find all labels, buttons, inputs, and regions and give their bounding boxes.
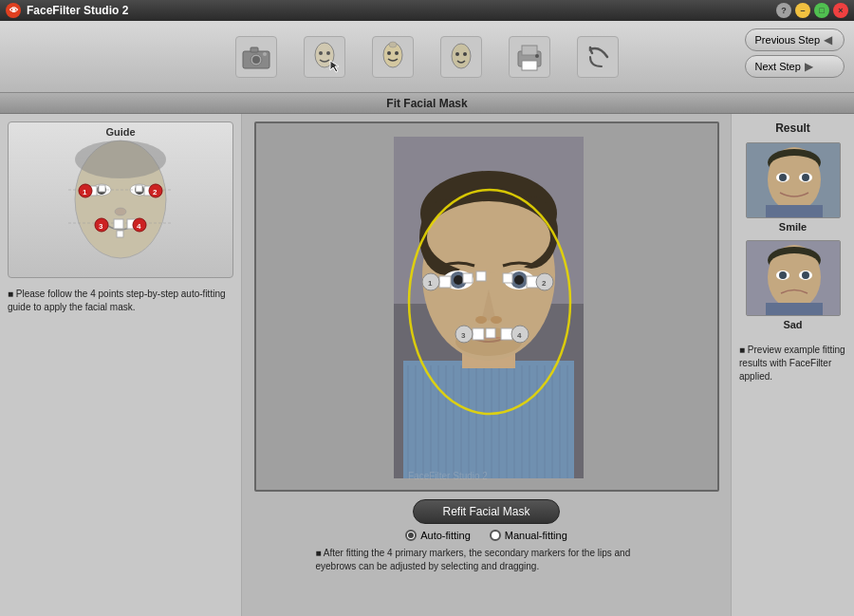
result-thumb-smile[interactable] <box>746 142 841 218</box>
print-icon <box>509 36 550 78</box>
result-label-smile: Smile <box>779 221 807 233</box>
next-step-label: Next Step <box>755 61 801 72</box>
result-note: Preview example fitting results with Fac… <box>739 344 846 383</box>
face-preview-icon <box>440 36 482 78</box>
result-note-text: Preview example fitting results with Fac… <box>739 345 845 382</box>
fitting-note: After fitting the 4 primary markers, the… <box>316 547 658 573</box>
svg-point-86 <box>409 190 570 414</box>
svg-rect-91 <box>476 271 486 281</box>
svg-point-101 <box>511 326 529 343</box>
toolbar-camera[interactable] <box>232 32 281 82</box>
svg-rect-90 <box>463 273 473 283</box>
auto-fitting-option[interactable]: Auto-fitting <box>405 530 471 541</box>
svg-point-93 <box>536 273 553 290</box>
manual-fitting-radio[interactable] <box>490 530 501 541</box>
svg-rect-47 <box>394 304 584 478</box>
svg-point-7 <box>326 51 330 55</box>
maximize-button[interactable]: □ <box>814 3 829 18</box>
fitting-controls: Refit Facial Mask Auto-fitting Manual-fi… <box>254 499 719 573</box>
svg-point-112 <box>802 174 809 181</box>
svg-text:FaceFilter Studio 2: FaceFilter Studio 2 <box>408 471 488 481</box>
svg-point-84 <box>491 316 502 324</box>
toolbar-share[interactable] <box>573 32 622 82</box>
toolbar-face-select[interactable] <box>300 32 349 82</box>
svg-rect-92 <box>527 276 538 288</box>
fitting-mode: Auto-fitting Manual-fitting <box>405 530 567 541</box>
share-icon <box>577 36 619 78</box>
nav-buttons: Previous Step ◀ Next Step ▶ <box>745 28 845 78</box>
auto-fitting-radio[interactable] <box>405 530 417 541</box>
previous-step-label: Previous Step <box>755 34 820 46</box>
svg-point-2 <box>252 56 260 64</box>
fitting-note-text: After fitting the 4 primary markers, the… <box>316 548 631 571</box>
svg-rect-71 <box>462 342 515 368</box>
svg-text:2: 2 <box>542 279 547 288</box>
svg-point-85 <box>455 327 522 356</box>
svg-rect-45 <box>394 137 584 478</box>
section-title-text: Fit Facial Mask <box>386 97 467 110</box>
svg-point-13 <box>452 44 471 68</box>
refit-button[interactable]: Refit Facial Mask <box>413 499 559 524</box>
svg-text:2: 2 <box>153 188 158 196</box>
svg-point-11 <box>395 51 399 55</box>
svg-point-76 <box>427 201 550 273</box>
previous-step-button[interactable]: Previous Step ◀ <box>745 28 845 51</box>
svg-point-75 <box>505 196 558 269</box>
svg-point-73 <box>420 171 557 256</box>
svg-rect-100 <box>501 328 512 340</box>
center-panel: Fitting Window <box>242 114 731 616</box>
guide-instructions-text: Please follow the 4 points step-by-step … <box>8 289 226 312</box>
left-panel: Guide 1 <box>0 114 242 616</box>
toolbar-face-mask[interactable] <box>368 32 418 82</box>
svg-text:4: 4 <box>517 331 522 340</box>
manual-fitting-option[interactable]: Manual-fitting <box>490 530 567 541</box>
svg-text:3: 3 <box>99 222 103 231</box>
minimize-button[interactable]: – <box>795 3 810 18</box>
guide-label: Guide <box>9 126 232 138</box>
svg-point-10 <box>387 51 391 55</box>
main-content: Guide 1 <box>0 114 854 616</box>
svg-rect-99 <box>486 328 495 338</box>
svg-point-121 <box>802 271 809 279</box>
svg-point-80 <box>511 271 528 289</box>
fitting-window: Fitting Window <box>254 121 719 492</box>
svg-rect-96 <box>473 328 484 340</box>
auto-fitting-label: Auto-fitting <box>420 530 471 541</box>
result-item-sad: Sad <box>739 240 846 330</box>
svg-point-14 <box>455 52 459 56</box>
svg-point-19 <box>535 54 539 58</box>
svg-rect-43 <box>117 231 123 237</box>
svg-marker-8 <box>330 61 339 72</box>
previous-arrow-icon: ◀ <box>824 33 832 47</box>
help-button[interactable]: ? <box>776 3 791 18</box>
svg-rect-37 <box>114 219 123 229</box>
svg-point-82 <box>514 275 524 285</box>
svg-point-120 <box>779 271 787 279</box>
svg-point-12 <box>389 42 397 47</box>
toolbar-print[interactable] <box>505 32 554 82</box>
svg-text:4: 4 <box>137 222 141 231</box>
next-arrow-icon: ▶ <box>805 60 813 73</box>
svg-point-111 <box>779 174 787 181</box>
fitting-svg: 1 2 3 4 <box>256 123 719 492</box>
right-panel: Result <box>731 114 854 616</box>
fitting-window-title: Fitting Window <box>256 123 717 139</box>
svg-rect-44 <box>256 123 719 492</box>
next-step-button[interactable]: Next Step ▶ <box>745 55 845 78</box>
guide-svg: 1 2 3 4 <box>49 131 192 269</box>
svg-point-77 <box>443 271 473 289</box>
window-controls: ? – □ × <box>776 3 848 18</box>
result-thumb-sad[interactable] <box>746 240 841 316</box>
svg-point-4 <box>263 52 267 56</box>
result-label-sad: Sad <box>783 319 802 330</box>
svg-point-81 <box>454 275 463 285</box>
svg-point-83 <box>475 316 487 324</box>
face-select-icon <box>304 36 345 78</box>
svg-point-79 <box>450 271 467 289</box>
toolbar-face-preview[interactable] <box>436 32 486 82</box>
close-button[interactable]: × <box>833 3 848 18</box>
svg-point-74 <box>419 199 473 275</box>
guide-box: Guide 1 <box>8 121 233 278</box>
svg-text:1: 1 <box>428 279 433 288</box>
svg-rect-113 <box>766 205 823 218</box>
